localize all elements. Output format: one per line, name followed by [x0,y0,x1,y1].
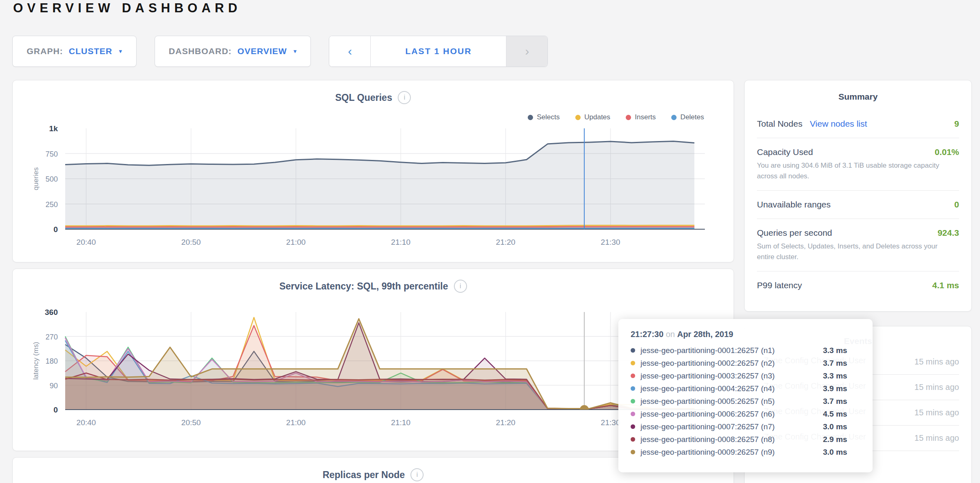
tooltip-row: jesse-geo-partitioning-0009:26257 (n9)3.… [631,446,860,458]
legend-label: Inserts [635,113,656,121]
series-dot-icon [631,399,635,403]
svg-text:21:20: 21:20 [496,238,515,246]
event-time: 15 mins ago [910,381,959,393]
summary-heading: Summary [757,80,959,110]
tooltip-row: jesse-geo-partitioning-0006:26257 (n6)4.… [631,408,860,420]
series-dot-icon [631,437,635,442]
svg-text:270: 270 [46,333,58,341]
view-nodes-list-link[interactable]: View nodes list [810,119,867,129]
legend-item-updates[interactable]: Updates [575,113,610,121]
event-time: 15 mins ago [910,407,959,419]
chevron-right-icon: › [525,44,529,58]
event-time: 15 mins ago [910,356,959,368]
dashboard-dropdown-value: OVERVIEW [237,46,287,56]
sql-queries-chart[interactable]: 02505007501k20:4020:5021:0021:1021:2021:… [13,80,734,262]
summary-label: Queries per second [757,228,832,238]
graph-dropdown-value: CLUSTER [69,46,112,56]
svg-text:0: 0 [53,225,58,234]
series-dot-icon [631,361,635,365]
node-latency-value: 2.9 ms [823,435,847,444]
svg-text:21:30: 21:30 [601,238,620,246]
node-latency-value: 3.3 ms [823,346,847,355]
dashboard-dropdown-label: DASHBOARD: [169,46,232,56]
legend-dot-icon [528,115,533,120]
tooltip-on-word: on [666,330,675,339]
summary-value: 4.1 ms [932,280,959,290]
time-range-prev-button[interactable]: ‹ [329,36,371,66]
summary-row-total-nodes: Total Nodes View nodes list 9 [757,110,959,138]
tooltip-row: jesse-geo-partitioning-0004:26257 (n4)3.… [631,382,860,395]
svg-text:21:00: 21:00 [286,238,306,246]
node-latency-value: 3.3 ms [823,371,847,380]
tooltip-row: jesse-geo-partitioning-0003:26257 (n3)3.… [631,369,860,382]
chevron-down-icon: ▾ [119,48,122,55]
graph-dropdown[interactable]: GRAPH: CLUSTER ▾ [12,36,137,67]
summary-label: P99 latency [757,280,802,290]
series-dot-icon [631,424,635,429]
node-latency-value: 3.0 ms [823,448,847,457]
tooltip-timestamp: 21:27:30 on Apr 28th, 2019 [631,330,860,339]
info-icon[interactable]: i [410,468,424,481]
chart-title-text: Replicas per Node [323,469,405,481]
legend-item-deletes[interactable]: Deletes [671,113,704,121]
node-latency-value: 3.0 ms [823,422,847,431]
graph-dropdown-label: GRAPH: [27,46,63,56]
tooltip-time: 21:27:30 [631,330,663,339]
node-name: jesse-geo-partitioning-0008:26257 (n8) [640,435,818,444]
legend-item-selects[interactable]: Selects [528,113,560,121]
legend-dot-icon [575,115,581,120]
summary-label: Total Nodes [757,119,802,129]
series-dot-icon [631,386,635,391]
sql-queries-chart-title: SQL Queries i [13,91,734,104]
node-latency-value: 3.9 ms [823,384,847,393]
tooltip-row: jesse-geo-partitioning-0001:26257 (n1)3.… [631,344,860,357]
tooltip-date: Apr 28th, 2019 [677,330,733,339]
svg-text:21:30: 21:30 [601,418,620,427]
node-name: jesse-geo-partitioning-0005:26257 (n5) [640,397,818,406]
overview-dashboard-page: OVERVIEW DASHBOARD GRAPH: CLUSTER ▾ DASH… [0,0,980,483]
svg-text:latency (ms): latency (ms) [32,342,40,380]
dashboard-controls: GRAPH: CLUSTER ▾ DASHBOARD: OVERVIEW ▾ ‹… [12,36,548,67]
node-latency-value: 3.7 ms [823,397,847,406]
chart-title-text: Service Latency: SQL, 99th percentile [279,281,448,292]
node-name: jesse-geo-partitioning-0002:26257 (n2) [640,359,818,368]
svg-text:500: 500 [46,175,58,183]
svg-text:20:40: 20:40 [76,238,96,246]
summary-row-unavailable-ranges: Unavailable ranges 0 [757,190,959,219]
node-name: jesse-geo-partitioning-0003:26257 (n3) [640,371,818,380]
svg-text:0: 0 [53,406,58,414]
page-title: OVERVIEW DASHBOARD [13,1,242,16]
legend-label: Updates [584,113,610,121]
node-name: jesse-geo-partitioning-0004:26257 (n4) [640,384,818,393]
svg-text:250: 250 [46,200,58,209]
sql-queries-chart-panel: SQL Queries i SelectsUpdatesInsertsDelet… [12,80,734,262]
chart-hover-tooltip: 21:27:30 on Apr 28th, 2019 jesse-geo-par… [618,319,873,472]
tooltip-row: jesse-geo-partitioning-0005:26257 (n5)3.… [631,395,860,408]
summary-row-queries-per-second: Queries per second 924.3 Sum of Selects,… [757,219,959,271]
svg-text:20:50: 20:50 [181,418,201,427]
tooltip-row: jesse-geo-partitioning-0007:26257 (n7)3.… [631,420,860,433]
info-icon[interactable]: i [398,91,411,104]
tooltip-row: jesse-geo-partitioning-0002:26257 (n2)3.… [631,357,860,369]
svg-text:21:10: 21:10 [391,238,411,246]
node-latency-value: 4.5 ms [823,410,847,419]
svg-text:180: 180 [46,357,58,365]
svg-text:750: 750 [46,150,58,158]
summary-row-capacity-used: Capacity Used 0.01% You are using 304.6 … [757,138,959,190]
summary-value: 0 [954,200,959,210]
dashboard-dropdown[interactable]: DASHBOARD: OVERVIEW ▾ [155,36,311,67]
series-dot-icon [631,450,635,454]
svg-text:20:40: 20:40 [76,418,96,427]
node-name: jesse-geo-partitioning-0007:26257 (n7) [640,422,818,431]
summary-label: Capacity Used [757,147,813,157]
svg-text:queries: queries [32,167,40,190]
summary-description: Sum of Selects, Updates, Inserts, and De… [757,241,959,262]
time-range-next-button[interactable]: › [506,36,547,66]
info-icon[interactable]: i [454,280,467,293]
time-range-picker: ‹ LAST 1 HOUR › [329,36,548,67]
time-range-label[interactable]: LAST 1 HOUR [371,36,506,66]
svg-text:360: 360 [45,308,58,317]
legend-item-inserts[interactable]: Inserts [626,113,656,121]
chevron-down-icon: ▾ [294,48,297,55]
svg-text:21:00: 21:00 [286,418,306,427]
